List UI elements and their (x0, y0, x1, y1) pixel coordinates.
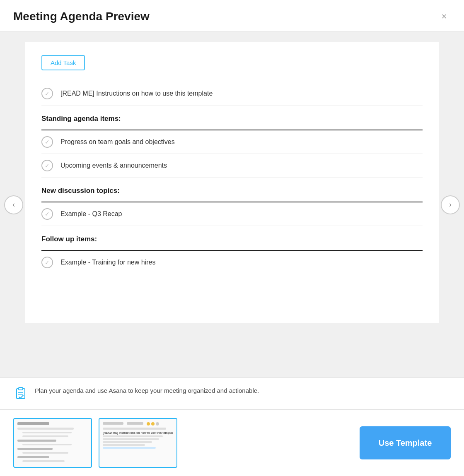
section-title: Follow up items: (41, 231, 423, 247)
prev-arrow-button[interactable]: ‹ (4, 195, 23, 214)
section-title: Standing agenda items: (41, 111, 423, 126)
section-standing: Standing agenda items: (41, 111, 423, 130)
close-button[interactable]: × (437, 10, 451, 23)
modal-footer: [READ ME] Instructions on how to use thi… (0, 409, 464, 476)
list-item: ✓ [READ ME] Instructions on how to use t… (41, 82, 423, 106)
description-bar: Plan your agenda and use Asana to keep y… (0, 377, 464, 409)
modal-header: Meeting Agenda Preview × (0, 0, 464, 32)
chevron-left-icon: ‹ (12, 200, 15, 209)
list-item: ✓ Upcoming events & announcements (41, 154, 423, 178)
section-followup: Follow up items: (41, 231, 423, 251)
task-label: [READ ME] Instructions on how to use thi… (60, 90, 213, 97)
preview-card: Add Task ✓ [READ ME] Instructions on how… (25, 42, 439, 323)
modal-content: ‹ › Add Task ✓ [READ ME] Instructions on… (0, 32, 464, 377)
section-title: New discussion topics: (41, 183, 423, 198)
check-icon: ✓ (41, 257, 53, 268)
task-label: Example - Q3 Recap (60, 210, 122, 218)
description-text: Plan your agenda and use Asana to keep y… (35, 386, 259, 396)
svg-rect-1 (19, 387, 23, 390)
section-discussion: New discussion topics: (41, 183, 423, 202)
thumbnail-2[interactable]: [READ ME] Instructions on how to use thi… (99, 418, 177, 468)
thumbnail-row: [READ ME] Instructions on how to use thi… (13, 418, 177, 468)
check-icon: ✓ (41, 88, 53, 99)
check-icon: ✓ (41, 160, 53, 171)
use-template-button[interactable]: Use Template (360, 426, 451, 459)
close-icon: × (442, 11, 447, 22)
modal-title: Meeting Agenda Preview (13, 10, 150, 23)
task-label: Example - Training for new hires (60, 259, 155, 266)
task-label: Progress on team goals and objectives (60, 138, 175, 146)
check-icon: ✓ (41, 208, 53, 220)
chevron-right-icon: › (449, 200, 452, 209)
clipboard-icon (13, 386, 28, 401)
thumbnail-1[interactable] (13, 418, 92, 468)
next-arrow-button[interactable]: › (441, 195, 460, 214)
modal: Meeting Agenda Preview × ‹ › Add Task ✓ … (0, 0, 464, 476)
add-task-button[interactable]: Add Task (41, 55, 85, 70)
task-label: Upcoming events & announcements (60, 162, 167, 169)
list-item: ✓ Example - Q3 Recap (41, 202, 423, 226)
check-icon: ✓ (41, 136, 53, 148)
list-item: ✓ Progress on team goals and objectives (41, 130, 423, 154)
list-item: ✓ Example - Training for new hires (41, 251, 423, 274)
